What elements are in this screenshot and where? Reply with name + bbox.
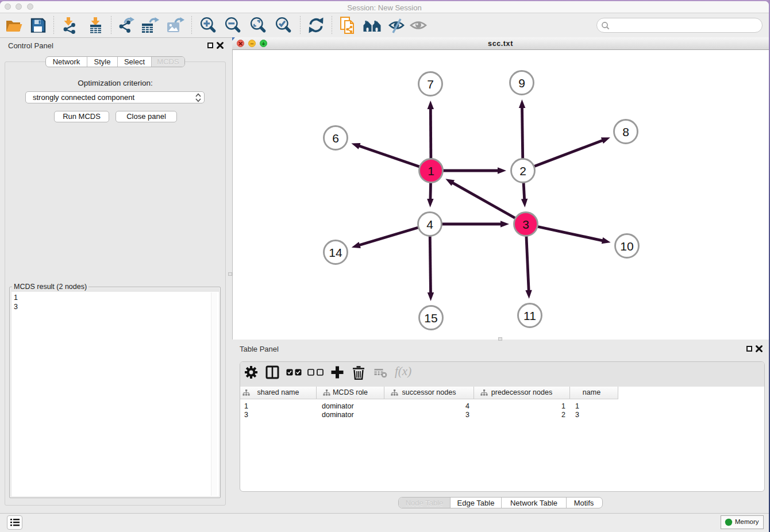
svg-text:9: 9 — [518, 76, 525, 90]
svg-text:1: 1 — [428, 164, 434, 178]
svg-text:14: 14 — [329, 246, 342, 259]
svg-text:7: 7 — [427, 78, 434, 91]
svg-text:2: 2 — [519, 164, 526, 178]
svg-text:11: 11 — [523, 309, 536, 322]
svg-text:6: 6 — [332, 132, 339, 145]
svg-text:8: 8 — [622, 125, 629, 138]
svg-text:4: 4 — [426, 218, 433, 231]
svg-text:10: 10 — [620, 240, 633, 253]
svg-text:3: 3 — [522, 218, 529, 231]
svg-text:15: 15 — [424, 311, 437, 325]
